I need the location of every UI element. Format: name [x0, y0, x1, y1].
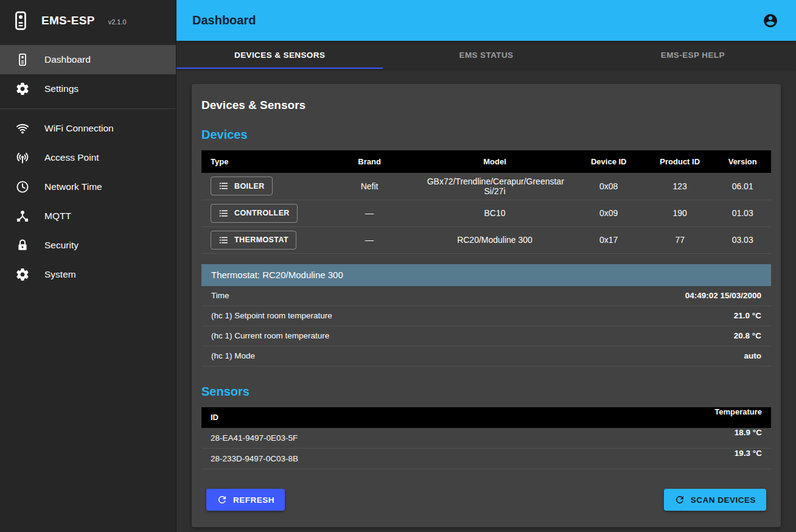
main-column: Dashboard DEVICES & SENSORS EMS STATUS E…: [176, 0, 796, 532]
tab-ems-status[interactable]: EMS STATUS: [383, 41, 589, 69]
gear-icon: [15, 82, 30, 96]
app-bar: Dashboard: [176, 0, 796, 41]
value-label: Time: [211, 291, 229, 300]
device-icon: [15, 52, 30, 67]
devices-table: Type Brand Model Device ID Product ID Ve…: [201, 150, 771, 254]
refresh-button[interactable]: REFRESH: [206, 489, 285, 511]
scan-devices-button-label: SCAN DEVICES: [691, 495, 756, 505]
ems-esp-logo-icon: [10, 7, 32, 34]
thermostat-device-button[interactable]: THERMOSTAT: [211, 231, 296, 250]
column-brand: Brand: [321, 150, 418, 173]
sensor-id: 28-233D-9497-0C03-8B: [201, 449, 486, 469]
device-id: 0x09: [571, 200, 646, 226]
sidebar-item-wifi-connection[interactable]: WiFi Connection: [0, 114, 176, 143]
sidebar-item-label: System: [44, 269, 76, 280]
sidebar-item-access-point[interactable]: Access Point: [0, 143, 176, 172]
account-button[interactable]: [758, 9, 783, 33]
card-title: Devices & Sensors: [201, 99, 771, 112]
sidebar: EMS-ESP v2.1.0 Dashboard Settings WiFi C…: [0, 0, 176, 532]
device-version: 01.03: [714, 200, 771, 226]
product-id: 190: [646, 200, 714, 226]
device-id: 0x08: [571, 173, 646, 200]
action-buttons-row: REFRESH SCAN DEVICES: [201, 489, 771, 511]
account-circle-icon: [763, 13, 778, 29]
value-text: 20.8 °C: [734, 331, 761, 340]
sidebar-item-network-time[interactable]: Network Time: [0, 172, 176, 201]
app-window: EMS-ESP v2.1.0 Dashboard Settings WiFi C…: [0, 0, 796, 532]
devices-heading: Devices: [201, 128, 771, 142]
device-version: 06.01: [714, 173, 771, 200]
sensors-table-header: ID Temperature: [201, 407, 771, 428]
column-temperature: Temperature: [486, 407, 771, 428]
app-brand: EMS-ESP v2.1.0: [0, 0, 176, 41]
thermostat-row-current-temp: (hc 1) Current room temperature 20.8 °C: [201, 326, 771, 346]
tab-bar: DEVICES & SENSORS EMS STATUS EMS-ESP HEL…: [176, 41, 796, 69]
device-row-controller: CONTROLLER — BC10 0x09 190 01.03: [201, 200, 771, 226]
sidebar-item-label: WiFi Connection: [44, 123, 114, 134]
boiler-device-button[interactable]: BOILER: [211, 177, 273, 195]
device-brand: —: [321, 226, 418, 253]
value-label: (hc 1) Current room temperature: [211, 331, 329, 340]
product-id: 123: [646, 173, 714, 200]
device-brand: —: [321, 200, 418, 226]
sidebar-item-security[interactable]: Security: [0, 231, 176, 260]
refresh-icon: [217, 494, 228, 505]
sidebar-item-label: Dashboard: [44, 54, 91, 65]
device-type-label: BOILER: [234, 182, 265, 191]
column-version: Version: [714, 150, 771, 173]
device-model: RC20/Moduline 300: [418, 226, 572, 253]
device-brand: Nefit: [321, 173, 418, 200]
device-row-thermostat: THERMOSTAT — RC20/Moduline 300 0x17 77 0…: [201, 226, 771, 253]
device-type-label: THERMOSTAT: [234, 236, 288, 244]
sidebar-item-mqtt[interactable]: MQTT: [0, 201, 176, 231]
sidebar-item-dashboard[interactable]: Dashboard: [0, 45, 176, 74]
column-type: Type: [201, 150, 321, 173]
product-id: 77: [646, 226, 714, 253]
clock-icon: [15, 180, 30, 194]
device-version: 03.03: [714, 226, 771, 253]
devices-sensors-card: Devices & Sensors Devices Type Brand Mod…: [192, 84, 781, 527]
gear-icon: [15, 267, 30, 282]
thermostat-section-header: Thermostat: RC20/Moduline 300: [201, 264, 771, 286]
sensors-table: ID Temperature 28-EA41-9497-0E03-5F 18.9…: [201, 407, 771, 470]
lock-icon: [15, 238, 30, 253]
column-product-id: Product ID: [646, 150, 714, 173]
sidebar-item-label: Security: [44, 240, 79, 251]
value-text: 04:49:02 15/03/2000: [685, 291, 761, 300]
sensor-temperature: 18.9 °C: [486, 428, 771, 449]
list-icon: [218, 181, 229, 191]
column-model: Model: [418, 150, 572, 173]
sidebar-item-label: Settings: [44, 83, 79, 94]
sensor-row: 28-EA41-9497-0E03-5F 18.9 °C: [201, 428, 771, 449]
list-icon: [218, 208, 229, 219]
thermostat-row-setpoint-temp: (hc 1) Setpoint room temperature 21.0 °C: [201, 306, 771, 326]
sensors-heading: Sensors: [201, 385, 771, 399]
column-device-id: Device ID: [571, 150, 646, 173]
thermostat-row-time: Time 04:49:02 15/03/2000: [201, 286, 771, 306]
sensor-row: 28-233D-9497-0C03-8B 19.3 °C: [201, 449, 771, 469]
sidebar-item-settings[interactable]: Settings: [0, 74, 176, 103]
device-id: 0x17: [571, 226, 646, 253]
device-model: BC10: [418, 200, 572, 226]
app-version: v2.1.0: [108, 15, 127, 26]
column-id: ID: [201, 407, 486, 428]
tab-devices-sensors[interactable]: DEVICES & SENSORS: [176, 41, 383, 69]
sidebar-nav: Dashboard Settings WiFi Connection Acces…: [0, 41, 176, 289]
devices-table-header: Type Brand Model Device ID Product ID Ve…: [201, 150, 771, 173]
content-area: Devices & Sensors Devices Type Brand Mod…: [176, 69, 796, 532]
thermostat-row-mode: (hc 1) Mode auto: [201, 346, 771, 366]
scan-devices-button[interactable]: SCAN DEVICES: [664, 489, 766, 511]
device-row-boiler: BOILER Nefit GBx72/Trendline/Cerapur/Gre…: [201, 173, 771, 200]
sidebar-item-label: Network Time: [44, 181, 102, 192]
device-hub-icon: [15, 209, 30, 223]
controller-device-button[interactable]: CONTROLLER: [211, 204, 298, 223]
sidebar-item-system[interactable]: System: [0, 260, 176, 289]
sensor-id: 28-EA41-9497-0E03-5F: [201, 428, 486, 449]
sidebar-item-label: MQTT: [44, 211, 71, 222]
list-icon: [218, 235, 229, 245]
value-label: (hc 1) Setpoint room temperature: [211, 311, 332, 320]
sensor-temperature: 19.3 °C: [486, 449, 771, 469]
tab-ems-esp-help[interactable]: EMS-ESP HELP: [590, 41, 796, 69]
refresh-button-label: REFRESH: [233, 495, 274, 505]
thermostat-values: Time 04:49:02 15/03/2000 (hc 1) Setpoint…: [201, 286, 771, 366]
